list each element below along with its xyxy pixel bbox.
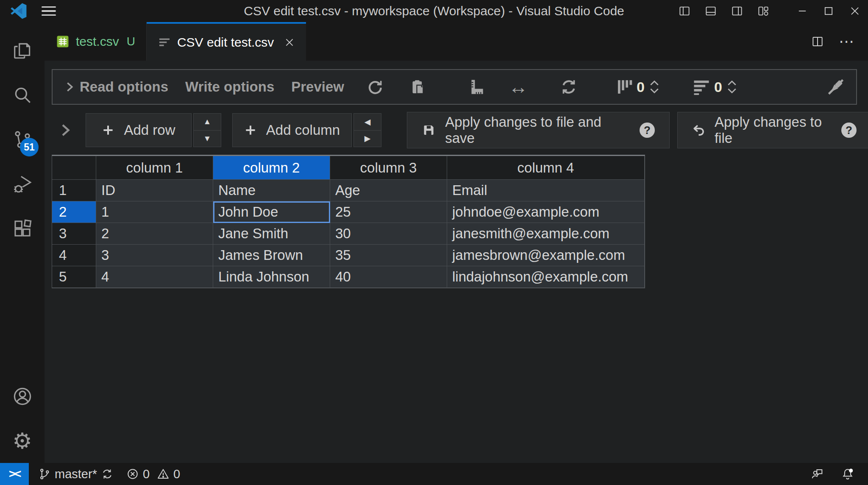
insert-row-below-button[interactable]: ▼: [193, 131, 221, 148]
read-options-toggle[interactable]: Read options: [64, 79, 168, 95]
apply-and-save-button[interactable]: Apply changes to file and save ?: [407, 112, 670, 148]
errors-icon: [126, 468, 139, 480]
plus-icon: [102, 124, 114, 137]
account-icon[interactable]: [0, 374, 45, 418]
csv-editor-icon: [158, 36, 171, 49]
fixed-rows-stepper: [726, 80, 737, 94]
notifications-bell-icon[interactable]: [841, 467, 854, 481]
status-bar: >< master* 0 0: [0, 463, 868, 485]
cell[interactable]: janesmith@example.com: [447, 223, 645, 245]
toggle-secondary-sidebar-icon[interactable]: [724, 0, 750, 22]
cell[interactable]: jamesbrown@example.com: [447, 245, 645, 266]
help-icon[interactable]: ?: [640, 123, 655, 138]
remote-indicator[interactable]: ><: [0, 463, 29, 485]
csv-file-icon: [56, 34, 70, 49]
cell[interactable]: 4: [96, 266, 213, 288]
cell[interactable]: Name: [213, 180, 330, 201]
insert-column-right-button[interactable]: ▶: [353, 131, 381, 148]
status-bar-right: [810, 467, 868, 481]
customize-layout-icon[interactable]: [750, 0, 776, 22]
copy-table-icon[interactable]: [409, 78, 426, 95]
feedback-icon[interactable]: [810, 467, 824, 481]
split-editor-icon[interactable]: [811, 35, 824, 48]
chevron-up-icon[interactable]: [726, 80, 737, 86]
cell[interactable]: Email: [447, 180, 645, 201]
chevron-right-icon: [64, 81, 75, 93]
menu-icon[interactable]: [42, 6, 56, 16]
reload-icon[interactable]: [366, 78, 383, 95]
cell[interactable]: Age: [330, 180, 447, 201]
cell[interactable]: John Doe: [213, 201, 330, 223]
cell[interactable]: Jane Smith: [213, 223, 330, 245]
toggle-primary-sidebar-icon[interactable]: [671, 0, 698, 22]
chevron-down-icon[interactable]: [649, 87, 660, 94]
close-tab-icon[interactable]: [284, 37, 295, 48]
cell[interactable]: ID: [96, 180, 213, 201]
row-number[interactable]: 4: [52, 245, 96, 266]
csv-editor-webview: Read options Write options Preview: [45, 61, 868, 463]
problems-item[interactable]: 0 0: [126, 467, 180, 481]
chevron-down-icon[interactable]: [726, 87, 737, 94]
git-branch-item[interactable]: master*: [38, 467, 114, 481]
source-control-icon[interactable]: 51: [0, 117, 45, 162]
fixed-columns-stepper: [649, 80, 660, 94]
tab-label: CSV edit test.csv: [177, 35, 274, 50]
cell[interactable]: Linda Johnson: [213, 266, 330, 288]
corner-cell[interactable]: [52, 156, 96, 180]
tab-test-csv[interactable]: test.csv U: [45, 22, 147, 61]
chevron-up-icon[interactable]: [649, 80, 660, 86]
toggle-wrap-icon[interactable]: ↔: [509, 77, 528, 97]
row-number[interactable]: 2: [52, 201, 96, 223]
add-column-position-stepper: ◀ ▶: [353, 113, 381, 147]
activity-bar: 51 ⚙: [0, 22, 45, 463]
sync-changes-icon[interactable]: [101, 468, 114, 480]
close-window-button[interactable]: [842, 0, 868, 22]
cell[interactable]: 40: [330, 266, 447, 288]
cell[interactable]: 30: [330, 223, 447, 245]
cell[interactable]: James Brown: [213, 245, 330, 266]
row-number[interactable]: 3: [52, 223, 96, 245]
insert-column-left-button[interactable]: ◀: [353, 113, 381, 131]
resize-columns-ruler-icon[interactable]: [467, 78, 485, 96]
search-icon[interactable]: [0, 72, 45, 117]
cell[interactable]: 3: [96, 245, 213, 266]
column-header-1[interactable]: column 1: [96, 156, 213, 180]
add-row-button[interactable]: Add row: [86, 113, 192, 147]
expand-panel-chevron-icon[interactable]: [58, 123, 73, 138]
minimize-button[interactable]: [789, 0, 815, 22]
apply-button[interactable]: Apply changes to file ?: [677, 112, 868, 148]
undo-arrow-icon: [692, 123, 705, 137]
run-debug-icon[interactable]: [0, 162, 45, 206]
cell[interactable]: lindajohnson@example.com: [447, 266, 645, 288]
add-column-button[interactable]: Add column: [232, 113, 352, 147]
maximize-button[interactable]: [815, 0, 842, 22]
toggle-panel-icon[interactable]: [698, 0, 724, 22]
row-number[interactable]: 1: [52, 180, 96, 201]
write-options-toggle[interactable]: Write options: [185, 79, 274, 95]
unpin-icon[interactable]: [826, 78, 845, 96]
window-controls: [671, 0, 868, 22]
sync-content-icon[interactable]: [560, 78, 577, 95]
cell[interactable]: 2: [96, 223, 213, 245]
column-header-2[interactable]: column 2: [213, 156, 330, 180]
settings-gear-icon[interactable]: ⚙: [0, 418, 45, 463]
fixed-rows-icon: [693, 78, 710, 95]
activity-bar-bottom: ⚙: [0, 374, 45, 463]
table-row: 54Linda Johnson40lindajohnson@example.co…: [52, 266, 645, 288]
cell[interactable]: 35: [330, 245, 447, 266]
help-icon[interactable]: ?: [841, 123, 857, 138]
column-header-4[interactable]: column 4: [447, 156, 645, 180]
extensions-icon[interactable]: [0, 206, 45, 251]
preview-toggle[interactable]: Preview: [291, 79, 344, 95]
column-header-3[interactable]: column 3: [330, 156, 447, 180]
cell[interactable]: 25: [330, 201, 447, 223]
explorer-icon[interactable]: [0, 28, 45, 72]
insert-row-above-button[interactable]: ▲: [193, 113, 221, 131]
source-control-badge: 51: [20, 138, 39, 156]
editor-tab-bar: test.csv U CSV edit test.csv ⋯: [45, 22, 868, 61]
row-number[interactable]: 5: [52, 266, 96, 288]
tab-csv-edit[interactable]: CSV edit test.csv: [147, 22, 306, 61]
warnings-icon: [157, 468, 170, 480]
cell[interactable]: johndoe@example.com: [447, 201, 645, 223]
cell[interactable]: 1: [96, 201, 213, 223]
